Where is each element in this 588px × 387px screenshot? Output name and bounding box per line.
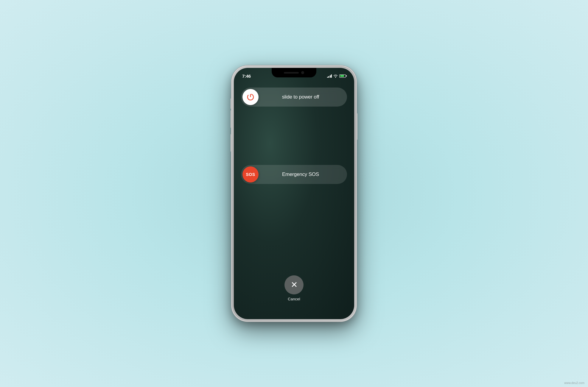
volume-up-button[interactable] (231, 110, 232, 128)
cancel-label: Cancel (288, 297, 300, 301)
cancel-area: ✕ Cancel (284, 275, 304, 301)
signal-icon (327, 74, 332, 78)
signal-bar-1 (327, 77, 328, 78)
sos-handle-text: SOS (246, 172, 255, 177)
volume-down-button[interactable] (231, 134, 232, 152)
signal-bar-4 (331, 74, 332, 78)
phone-screen: 7:46 (234, 68, 354, 319)
signal-bar-2 (328, 76, 329, 78)
speaker-grille (284, 72, 299, 74)
status-icons (327, 74, 346, 78)
front-camera (301, 71, 304, 74)
battery-icon (339, 74, 346, 78)
sos-slider-label: Emergency SOS (259, 171, 346, 177)
battery-fill (340, 75, 344, 77)
watermark: www.deu2.com (564, 381, 584, 385)
power-off-slider[interactable]: slide to power off (241, 88, 347, 107)
power-button[interactable] (356, 113, 357, 140)
wifi-icon (333, 74, 338, 78)
notch (272, 68, 316, 77)
emergency-sos-slider[interactable]: SOS Emergency SOS (241, 165, 347, 184)
power-slider-handle[interactable] (242, 89, 259, 105)
signal-bar-3 (330, 75, 331, 78)
close-icon: ✕ (291, 281, 298, 289)
mute-button[interactable] (231, 98, 232, 109)
phone-frame: 7:46 (231, 65, 357, 322)
power-icon (246, 93, 255, 101)
sos-slider-handle[interactable]: SOS (242, 166, 259, 182)
status-time: 7:46 (242, 74, 251, 79)
power-slider-label: slide to power off (259, 94, 346, 100)
cancel-button[interactable]: ✕ (284, 275, 304, 294)
